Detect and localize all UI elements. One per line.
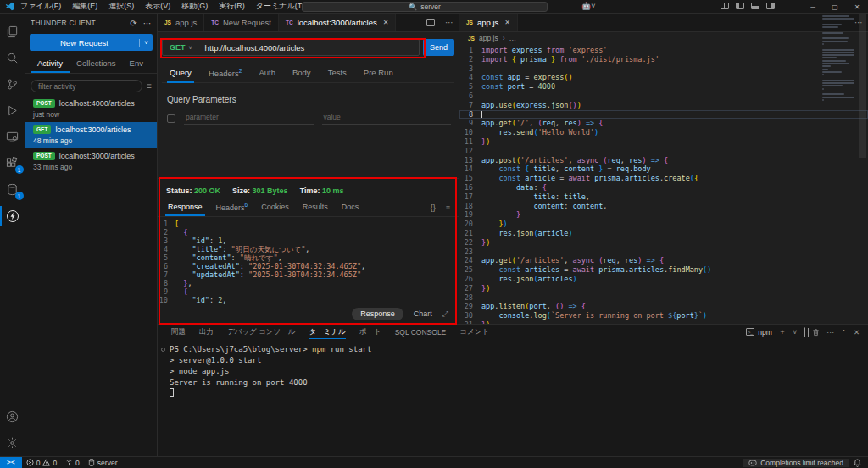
close-window-icon[interactable]: ✕ [846, 3, 868, 11]
request-tab-tests[interactable]: Tests [320, 64, 354, 82]
panel-tab-コメント[interactable]: コメント [453, 325, 496, 339]
method-badge: POST [33, 99, 55, 108]
expand-icon[interactable]: ⤢ [442, 309, 448, 319]
activity-remote-explorer-icon[interactable] [0, 124, 25, 150]
terminal-dropdown-icon[interactable]: ˅ [793, 328, 797, 337]
request-url-field[interactable]: GET ˅ http://localhost:4000/articles [162, 39, 420, 56]
editor-tab-app-js[interactable]: JSapp.js [158, 14, 204, 31]
minimap[interactable] [822, 15, 856, 102]
request-tab-auth[interactable]: Auth [251, 64, 283, 82]
refresh-icon[interactable]: ⟳ [130, 19, 137, 28]
sidebar-tab-env[interactable]: Env [123, 56, 150, 73]
minimize-icon[interactable]: ─ [802, 3, 824, 11]
sidebar-tab-collections[interactable]: Collections [70, 56, 122, 73]
new-terminal-icon[interactable]: ＋ [779, 327, 787, 337]
response-view-button[interactable]: Response [352, 308, 403, 320]
notifications-bell-icon[interactable] [854, 459, 861, 467]
menu-item[interactable]: 移動(G) [181, 1, 208, 12]
activity-database-icon[interactable]: 1 [0, 176, 25, 203]
response-body[interactable]: 1[2 {3 "id": 1,4 "title": "明日の天気について",5 … [158, 217, 459, 304]
tab-appjs[interactable]: JS app.js ✕ [459, 14, 518, 31]
panel-tab-デバッグ-コンソール[interactable]: デバッグ コンソール [220, 325, 302, 339]
menu-item[interactable]: 編集(E) [72, 1, 97, 12]
code-editor[interactable]: 1import express from 'express'2import { … [459, 44, 868, 324]
request-tab-query[interactable]: Query [162, 64, 199, 82]
format-json-icon[interactable]: {} [426, 203, 441, 212]
problems-indicator[interactable]: 0 0 [22, 459, 61, 467]
response-tab-response[interactable]: Response [161, 199, 209, 215]
kill-terminal-icon[interactable] [812, 328, 820, 337]
response-tab-results[interactable]: Results [296, 199, 335, 215]
sidebar-tab-activity[interactable]: Activity [31, 56, 70, 73]
menu-item[interactable]: 表示(V) [145, 1, 170, 12]
editor-more-actions-icon[interactable]: ⋯ [440, 14, 459, 31]
response-menu-icon[interactable]: ≡ [441, 203, 455, 212]
param-value-input[interactable]: value [322, 113, 452, 125]
back-arrow-icon[interactable]: ← [273, 3, 281, 12]
forward-arrow-icon[interactable]: → [290, 3, 298, 12]
activity-list-item[interactable]: POSTlocalhost:4000/articlesjust now [25, 96, 157, 122]
command-search-input[interactable]: 🔍 server [302, 2, 548, 12]
activity-list-item[interactable]: POSTlocalhost:3000/articles33 mins ago [25, 148, 157, 175]
response-tab-docs[interactable]: Docs [335, 199, 366, 215]
request-tab-body[interactable]: Body [285, 64, 319, 82]
panel-tab-問題[interactable]: 問題 [164, 325, 192, 339]
more-actions-icon[interactable]: ⋯ [143, 19, 152, 28]
menu-item[interactable]: 選択(S) [108, 1, 134, 12]
close-panel-icon[interactable]: ✕ [854, 328, 860, 337]
panel-tab-ターミナル[interactable]: ターミナル [302, 325, 352, 339]
code-line: 8 }, [158, 279, 459, 287]
activity-source-control-icon[interactable] [0, 71, 25, 98]
terminal-shell-label[interactable]: >_npm [746, 328, 772, 337]
close-tab-icon[interactable]: ✕ [383, 19, 389, 26]
terminal[interactable]: PS C:\Users\j7ca5\blog\server> npm run s… [158, 339, 868, 456]
toggle-panel-icon[interactable] [751, 3, 760, 9]
close-tab-icon[interactable]: ✕ [504, 19, 510, 26]
copilot-menu-icon[interactable]: 🤖˅ [581, 2, 596, 10]
activity-run-debug-icon[interactable] [0, 98, 25, 124]
panel-more-actions-icon[interactable]: ⋯ [826, 328, 834, 337]
new-request-button[interactable]: New Request ˅ [30, 34, 153, 51]
settings-gear-icon[interactable] [0, 430, 25, 456]
new-request-dropdown-icon[interactable]: ˅ [139, 39, 153, 47]
filter-menu-icon[interactable]: ≡ [147, 81, 152, 91]
panel-tab-出力[interactable]: 出力 [192, 325, 220, 339]
editor-scrollbar[interactable] [857, 14, 868, 324]
toggle-sidebar-icon[interactable] [736, 3, 744, 9]
menu-item[interactable]: 実行(R) [219, 1, 245, 12]
response-tab-headers[interactable]: Headers6 [209, 198, 255, 216]
method-select[interactable]: GET [163, 43, 189, 52]
send-button[interactable]: Send [423, 39, 454, 56]
filter-activity-input[interactable]: filter activity [31, 80, 142, 92]
activity-thunder-client-icon[interactable] [0, 203, 25, 229]
toggle-secondary-sidebar-icon[interactable] [766, 3, 775, 9]
activity-extensions-icon[interactable]: 1 [0, 150, 25, 176]
param-checkbox[interactable] [167, 114, 175, 123]
panel-tab-ポート[interactable]: ポート [353, 325, 388, 339]
menu-item[interactable]: ファイル(F) [20, 1, 61, 12]
url-input[interactable]: http://localhost:4000/articles [198, 43, 305, 53]
request-tab-pre-run[interactable]: Pre Run [356, 64, 401, 82]
account-icon[interactable] [0, 404, 25, 430]
response-tab-cookies[interactable]: Cookies [254, 199, 296, 215]
chart-view-button[interactable]: Chart [414, 309, 432, 318]
split-terminal-icon[interactable] [804, 328, 805, 337]
ports-indicator[interactable]: 0 [61, 459, 84, 467]
split-editor-icon[interactable] [421, 14, 440, 31]
activity-list-item[interactable]: GETlocalhost:3000/articles48 mins ago [25, 122, 157, 148]
time-value: 10 ms [322, 187, 344, 195]
activity-explorer-icon[interactable] [0, 19, 25, 45]
copilot-status[interactable]: Completions limit reached [743, 459, 849, 467]
panel-tab-sql-console[interactable]: SQL CONSOLE [388, 325, 453, 339]
maximize-icon[interactable]: ▢ [824, 3, 846, 11]
remote-indicator[interactable]: >< [0, 457, 22, 468]
param-name-input[interactable]: parameter [184, 113, 314, 125]
activity-search-icon[interactable] [0, 45, 25, 71]
customize-layout-icon[interactable] [721, 3, 729, 9]
maximize-panel-icon[interactable]: ⌃ [841, 328, 847, 337]
breadcrumb[interactable]: JS app.js › … [459, 32, 868, 44]
request-tab-headers[interactable]: Headers2 [201, 64, 250, 82]
sql-server-indicator[interactable]: server [84, 459, 122, 467]
editor-tab-localhost-3000-articles[interactable]: TClocalhost:3000/articles✕ [279, 14, 396, 31]
editor-tab-new-request[interactable]: TCNew Request [204, 14, 279, 31]
